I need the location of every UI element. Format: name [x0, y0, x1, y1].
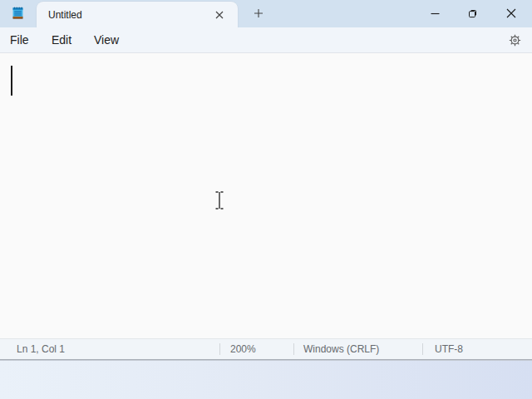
close-icon	[215, 11, 224, 19]
close-button[interactable]	[492, 0, 530, 27]
statusbar-divider	[293, 343, 294, 355]
taskbar: 10:11 AM 3/3/2023	[0, 360, 532, 399]
tab-close-button[interactable]	[210, 6, 229, 24]
tab-title: Untitled	[48, 2, 82, 27]
menu-file[interactable]: File	[7, 27, 32, 52]
minimize-button[interactable]	[416, 0, 454, 27]
minimize-icon	[431, 9, 440, 18]
titlebar: Untitled	[0, 0, 532, 27]
desktop: Untitled	[0, 0, 532, 399]
text-editor[interactable]	[0, 53, 532, 338]
status-cursor-position: Ln 1, Col 1	[17, 339, 65, 359]
settings-button[interactable]	[504, 29, 526, 51]
menubar: File Edit View	[0, 27, 532, 53]
new-tab-button[interactable]	[249, 3, 268, 23]
text-caret	[11, 66, 12, 96]
restore-icon	[468, 8, 478, 18]
statusbar-divider	[219, 343, 220, 355]
maximize-button[interactable]	[454, 0, 492, 27]
ibeam-cursor	[212, 190, 227, 214]
statusbar: Ln 1, Col 1 200% Windows (CRLF) UTF-8	[0, 338, 532, 360]
menu-view[interactable]: View	[91, 27, 122, 52]
gear-icon	[508, 33, 522, 47]
menu-edit[interactable]: Edit	[48, 27, 75, 52]
status-encoding: UTF-8	[435, 339, 463, 359]
status-zoom-level: 200%	[230, 339, 256, 359]
plus-icon	[254, 8, 264, 18]
tab-untitled[interactable]: Untitled	[37, 2, 238, 27]
close-icon	[506, 8, 516, 18]
statusbar-divider	[422, 343, 423, 355]
notepad-icon	[11, 7, 25, 21]
status-line-ending: Windows (CRLF)	[303, 339, 379, 359]
